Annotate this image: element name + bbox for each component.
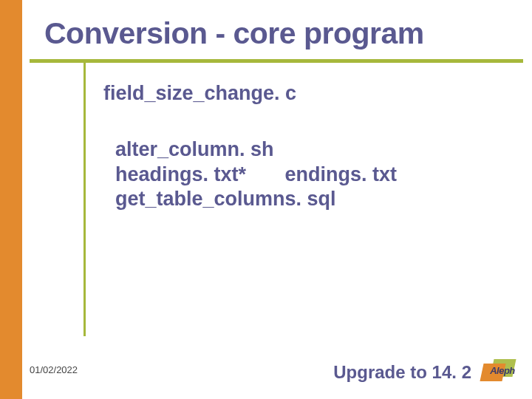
- logo-text: Aleph: [482, 365, 523, 376]
- sub-file-line2: headings. txt* endings. txt: [115, 163, 397, 188]
- sub-file-line2-left: headings. txt*: [115, 163, 246, 185]
- slide-title: Conversion - core program: [44, 16, 424, 51]
- footer-date: 01/02/2022: [30, 364, 78, 375]
- sub-file-list: alter_column. sh headings. txt* endings.…: [115, 137, 397, 212]
- sub-file-line2-right: endings. txt: [285, 163, 398, 185]
- footer-label: Upgrade to 14. 2: [333, 362, 471, 383]
- left-accent-bar: [0, 0, 22, 399]
- content-block: field_size_change. c alter_column. sh he…: [103, 81, 397, 212]
- title-underline: [30, 59, 523, 63]
- main-file: field_size_change. c: [103, 81, 397, 106]
- sub-file-line3: get_table_columns. sql: [115, 187, 397, 212]
- content-vertical-rule: [83, 63, 86, 336]
- aleph-logo: Aleph: [482, 359, 523, 386]
- slide: Conversion - core program field_size_cha…: [0, 0, 532, 399]
- sub-file-line1: alter_column. sh: [115, 137, 397, 163]
